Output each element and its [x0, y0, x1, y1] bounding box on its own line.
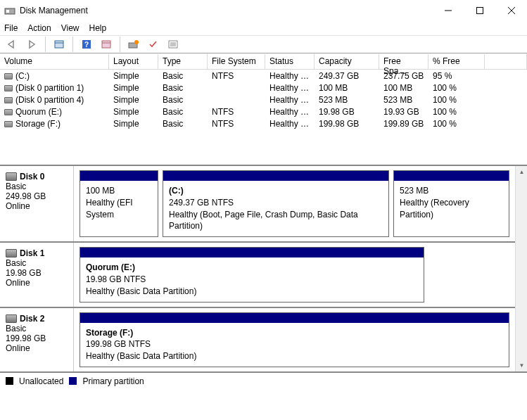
- scroll-down-icon[interactable]: ▼: [516, 359, 527, 371]
- check-button[interactable]: [146, 37, 161, 52]
- svg-rect-1: [6, 10, 9, 13]
- volume-row[interactable]: Storage (F:)SimpleBasicNTFSHealthy (B...…: [0, 117, 527, 129]
- disk-icon: [6, 314, 17, 323]
- partition-stripe: [394, 171, 509, 181]
- partition[interactable]: Storage (F:)199.98 GB NTFSHealthy (Basic…: [80, 312, 509, 367]
- col-capacity[interactable]: Capacity: [315, 54, 379, 69]
- disk-label[interactable]: Disk 0Basic249.98 GBOnline: [0, 166, 74, 241]
- volume-capacity: 199.98 GB: [315, 119, 379, 129]
- scrollbar-vertical[interactable]: ▲ ▼: [515, 166, 527, 371]
- volume-capacity: 249.37 GB: [315, 71, 379, 81]
- close-button[interactable]: [495, 0, 527, 21]
- col-type[interactable]: Type: [158, 54, 208, 69]
- volume-fs: NTFS: [208, 107, 265, 117]
- drive-icon: [4, 121, 13, 127]
- col-volume[interactable]: Volume: [0, 54, 109, 69]
- disk-row: Disk 1Basic19.98 GBOnlineQuorum (E:)19.9…: [0, 243, 515, 307]
- list-button[interactable]: [165, 37, 181, 52]
- volume-type: Basic: [158, 83, 208, 93]
- col-pct[interactable]: % Free: [428, 54, 485, 69]
- svg-rect-3: [476, 8, 483, 14]
- forward-button[interactable]: [24, 37, 39, 52]
- minimize-button[interactable]: [432, 0, 464, 21]
- col-status[interactable]: Status: [265, 54, 315, 69]
- disk-name: Disk 1: [20, 248, 44, 258]
- partition-container: Quorum (E:)19.98 GB NTFSHealthy (Basic D…: [74, 243, 515, 306]
- disk-status: Online: [6, 278, 69, 288]
- volume-name: Storage (F:): [15, 119, 61, 129]
- partition-container: Storage (F:)199.98 GB NTFSHealthy (Basic…: [74, 308, 515, 371]
- partition-stripe: [80, 313, 509, 323]
- legend-unallocated: Unallocated: [19, 376, 63, 386]
- menu-help[interactable]: Help: [89, 23, 107, 33]
- disk-status: Online: [6, 343, 69, 353]
- volume-type: Basic: [158, 95, 208, 105]
- disk-type: Basic: [6, 182, 69, 191]
- swatch-primary: [69, 377, 77, 385]
- disk-size: 249.98 GB: [6, 191, 69, 201]
- show-button[interactable]: [99, 37, 114, 52]
- volume-row[interactable]: (Disk 0 partition 4)SimpleBasicHealthy (…: [0, 94, 527, 106]
- col-layout[interactable]: Layout: [109, 54, 158, 69]
- legend-primary: Primary partition: [82, 376, 144, 386]
- volume-status: Healthy (B...: [265, 107, 315, 117]
- partition-title: Storage (F:): [86, 327, 503, 339]
- volume-capacity: 523 MB: [315, 95, 379, 105]
- partition-stripe: [80, 171, 158, 181]
- titlebar: Disk Management: [0, 0, 527, 21]
- drive-icon: [4, 85, 13, 91]
- drive-icon: [4, 109, 13, 115]
- volume-free: 237.75 GB: [379, 71, 428, 81]
- partition-stripe: [80, 248, 424, 257]
- volume-name: (Disk 0 partition 4): [15, 95, 84, 105]
- settings-button[interactable]: [126, 37, 141, 52]
- disk-name: Disk 2: [20, 314, 44, 324]
- menu-file[interactable]: File: [4, 23, 18, 33]
- menu-action[interactable]: Action: [27, 23, 51, 33]
- disk-label[interactable]: Disk 2Basic199.98 GBOnline: [0, 308, 74, 371]
- disk-name: Disk 0: [20, 172, 44, 182]
- col-free[interactable]: Free Spa...: [379, 54, 428, 69]
- volume-row[interactable]: (C:)SimpleBasicNTFSHealthy (B...249.37 G…: [0, 70, 527, 82]
- disk-row: Disk 0Basic249.98 GBOnline100 MBHealthy …: [0, 166, 515, 243]
- partition[interactable]: 523 MBHealthy (Recovery Partition): [393, 170, 509, 237]
- svg-point-13: [134, 40, 139, 44]
- disk-row: Disk 2Basic199.98 GBOnlineStorage (F:)19…: [0, 308, 515, 371]
- volume-type: Basic: [158, 107, 208, 117]
- drive-icon: [4, 73, 13, 79]
- menubar: File Action View Help: [0, 21, 527, 35]
- partition-title: (C:): [169, 185, 383, 197]
- volume-free: 523 MB: [379, 95, 428, 105]
- app-icon: [4, 5, 15, 16]
- partition-title: Quorum (E:): [86, 262, 418, 274]
- partition-status: Healthy (EFI System: [86, 197, 152, 221]
- partition-size: 523 MB: [400, 185, 503, 197]
- volume-capacity: 100 MB: [315, 83, 379, 93]
- volume-row[interactable]: (Disk 0 partition 1)SimpleBasicHealthy (…: [0, 82, 527, 94]
- partition-size: 19.98 GB NTFS: [86, 274, 418, 286]
- swatch-unallocated: [6, 377, 13, 385]
- partition[interactable]: (C:)249.37 GB NTFSHealthy (Boot, Page Fi…: [163, 170, 389, 237]
- volume-pct: 100 %: [428, 95, 485, 105]
- partition-stripe: [163, 171, 388, 181]
- disk-label[interactable]: Disk 1Basic19.98 GBOnline: [0, 243, 74, 306]
- col-fs[interactable]: File System: [208, 54, 265, 69]
- help-button[interactable]: ?: [79, 37, 94, 52]
- partition-size: 249.37 GB NTFS: [169, 197, 383, 209]
- partition-size: 100 MB: [86, 185, 152, 197]
- volume-pct: 100 %: [428, 119, 485, 129]
- scroll-up-icon[interactable]: ▲: [516, 166, 527, 178]
- partition[interactable]: 100 MBHealthy (EFI System: [80, 170, 158, 237]
- partition-status: Healthy (Recovery Partition): [400, 197, 503, 221]
- back-button[interactable]: [4, 37, 20, 52]
- disk-icon: [6, 249, 17, 257]
- partition[interactable]: Quorum (E:)19.98 GB NTFSHealthy (Basic D…: [80, 247, 424, 302]
- volume-row[interactable]: Quorum (E:)SimpleBasicNTFSHealthy (B...1…: [0, 106, 527, 117]
- volume-status: Healthy (E...: [265, 83, 315, 93]
- partition-status: Healthy (Basic Data Partition): [86, 350, 503, 362]
- maximize-button[interactable]: [464, 0, 495, 21]
- props-button[interactable]: [51, 37, 67, 52]
- menu-view[interactable]: View: [61, 23, 80, 33]
- volume-pct: 100 %: [428, 83, 485, 93]
- volume-list: Volume Layout Type File System Status Ca…: [0, 53, 527, 129]
